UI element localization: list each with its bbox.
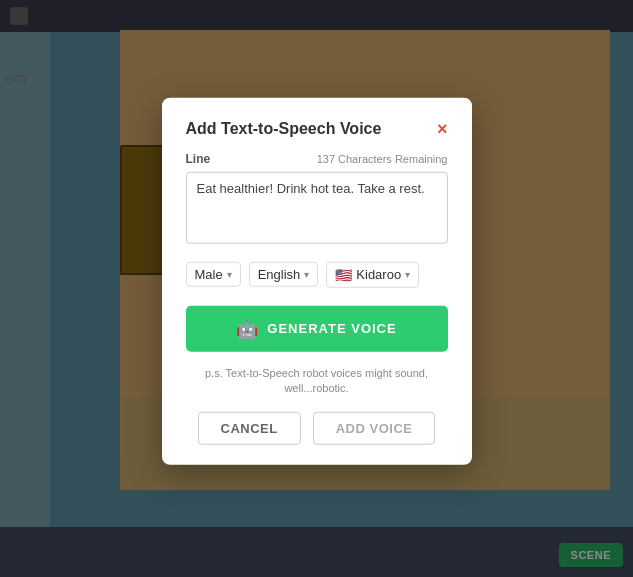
- line-row: Line 137 Characters Remaining: [186, 151, 448, 165]
- modal: Add Text-to-Speech Voice × Line 137 Char…: [162, 97, 472, 465]
- modal-title: Add Text-to-Speech Voice: [186, 119, 382, 137]
- generate-voice-button[interactable]: 🤖 GENERATE VOICE: [186, 305, 448, 351]
- gender-label: Male: [195, 267, 223, 282]
- robot-icon: 🤖: [236, 317, 259, 339]
- generate-btn-label: GENERATE VOICE: [267, 321, 396, 336]
- add-voice-button[interactable]: ADD VOICE: [313, 412, 436, 445]
- flag-icon: 🇺🇸: [335, 266, 352, 282]
- chars-remaining: 137 Characters Remaining: [317, 152, 448, 164]
- line-label: Line: [186, 151, 211, 165]
- cancel-button[interactable]: CANCEL: [198, 412, 301, 445]
- gender-chevron-icon: ▾: [227, 269, 232, 280]
- voice-label: Kidaroo: [356, 267, 401, 282]
- language-dropdown[interactable]: English ▾: [249, 262, 319, 287]
- action-row: CANCEL ADD VOICE: [186, 412, 448, 445]
- language-label: English: [258, 267, 301, 282]
- language-chevron-icon: ▾: [304, 269, 309, 280]
- voice-dropdown[interactable]: 🇺🇸 Kidaroo ▾: [326, 261, 419, 287]
- voice-text-input[interactable]: Eat healthier! Drink hot tea. Take a res…: [186, 171, 448, 243]
- gender-dropdown[interactable]: Male ▾: [186, 262, 241, 287]
- dropdowns-row: Male ▾ English ▾ 🇺🇸 Kidaroo ▾: [186, 261, 448, 287]
- voice-chevron-icon: ▾: [405, 269, 410, 280]
- close-button[interactable]: ×: [437, 119, 448, 137]
- ps-text: p.s. Text-to-Speech robot voices might s…: [186, 365, 448, 396]
- modal-header: Add Text-to-Speech Voice ×: [186, 119, 448, 137]
